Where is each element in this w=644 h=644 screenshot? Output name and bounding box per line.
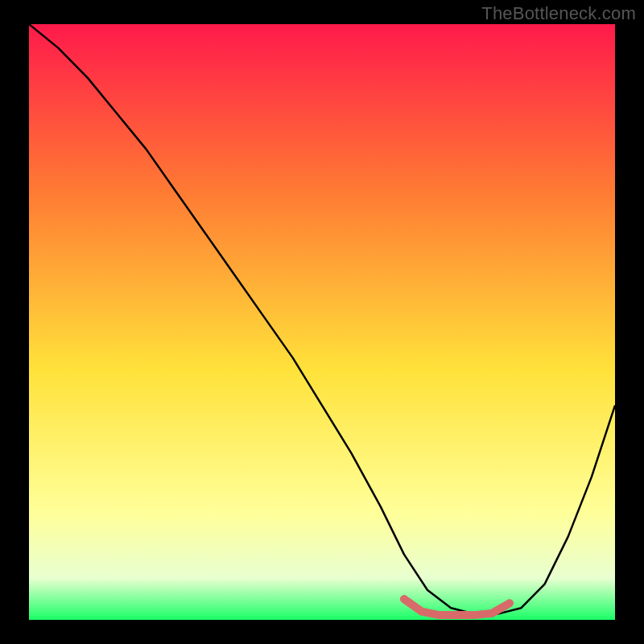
- chart-frame: TheBottleneck.com: [0, 0, 644, 644]
- bottleneck-chart: [29, 24, 615, 620]
- watermark-text: TheBottleneck.com: [481, 3, 636, 24]
- plot-area: [29, 24, 615, 620]
